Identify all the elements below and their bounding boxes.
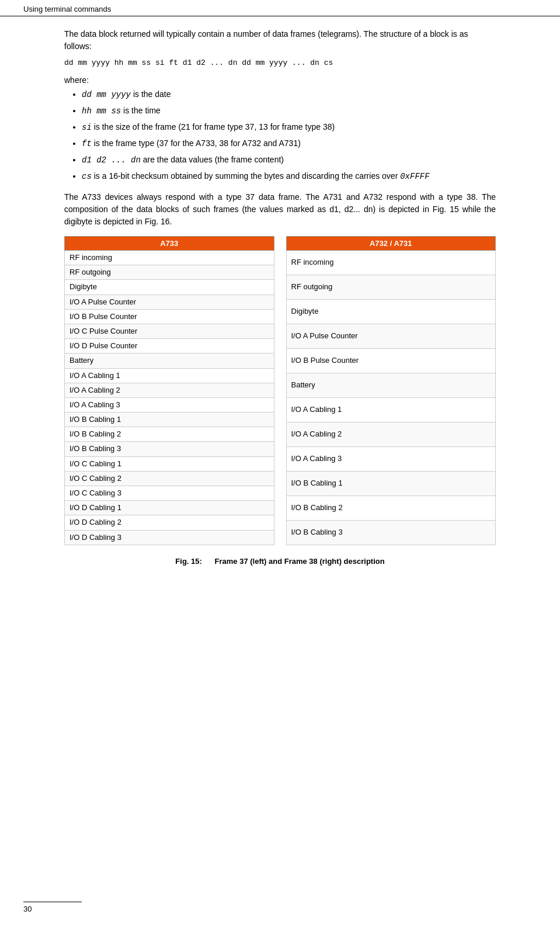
table-row: RF incoming [65,251,274,265]
bullet-list: dd mm yyyy is the date hh mm ss is the t… [82,88,496,183]
table-row: I/O A Cabling 2 [65,383,274,397]
table-row: I/O D Pulse Counter [65,339,274,354]
list-item: hh mm ss is the time [82,105,496,117]
fig-label: Fig. 15: [175,557,202,566]
table-row: I/O B Cabling 3 [286,520,496,545]
intro-para1: The data block returned will typically c… [64,28,496,53]
figure-caption: Fig. 15: Frame 37 (left) and Frame 38 (r… [64,557,496,566]
table-row: I/O A Pulse Counter [286,324,496,348]
intro-para2: The A733 devices always respond with a t… [64,191,496,228]
table-row: Digibyte [65,280,274,295]
table-row: Digibyte [286,299,496,324]
list-item: ft is the frame type (37 for the A733, 3… [82,137,496,150]
table-row: I/O A Cabling 1 [65,368,274,383]
table-row: I/O D Cabling 2 [65,515,274,530]
table-a733-header: A733 [65,237,274,251]
table-row: I/O A Cabling 2 [286,422,496,446]
table-row: I/O C Cabling 2 [65,471,274,486]
where-label: where: [64,75,496,85]
table-row: I/O B Cabling 2 [65,427,274,442]
page-footer: 30 [23,902,82,913]
table-row: I/O B Pulse Counter [286,348,496,373]
table-row: I/O B Cabling 1 [65,413,274,427]
table-a733: A733 RF incomingRF outgoingDigibyteI/O A… [64,236,274,545]
table-row: I/O B Cabling 2 [286,496,496,520]
table-row: I/O A Pulse Counter [65,295,274,309]
page-number: 30 [23,905,32,913]
code-block: dd mm yyyy hh mm ss si ft d1 d2 ... dn d… [64,58,496,67]
list-item: si is the size of the frame (21 for fram… [82,121,496,134]
table-row: I/O C Cabling 1 [65,456,274,471]
table-row: I/O C Cabling 3 [65,486,274,501]
table-row: I/O D Cabling 3 [65,530,274,545]
table-a732-header: A732 / A731 [286,237,496,251]
table-row: RF outgoing [65,265,274,280]
table-row: RF outgoing [286,275,496,299]
table-row: RF incoming [286,251,496,275]
tables-container: A733 RF incomingRF outgoingDigibyteI/O A… [64,236,496,545]
header-title: Using terminal commands [23,5,111,13]
table-a732-a731: A732 / A731 RF incomingRF outgoingDigiby… [286,236,496,545]
table-row: I/O A Cabling 3 [286,446,496,471]
list-item: cs is a 16-bit checksum obtained by summ… [82,170,496,183]
fig-text: Frame 37 (left) and Frame 38 (right) des… [215,557,385,566]
list-item: d1 d2 ... dn are the data values (the fr… [82,154,496,167]
table-row: I/O D Cabling 1 [65,501,274,515]
table-row: I/O B Pulse Counter [65,309,274,324]
table-row: I/O A Cabling 1 [286,397,496,422]
table-row: Battery [65,354,274,368]
page-header: Using terminal commands [0,0,560,16]
table-row: I/O B Cabling 3 [65,442,274,456]
table-row: I/O C Pulse Counter [65,324,274,338]
table-row: I/O B Cabling 1 [286,471,496,496]
table-row: I/O A Cabling 3 [65,397,274,412]
list-item: dd mm yyyy is the date [82,88,496,101]
table-row: Battery [286,373,496,397]
